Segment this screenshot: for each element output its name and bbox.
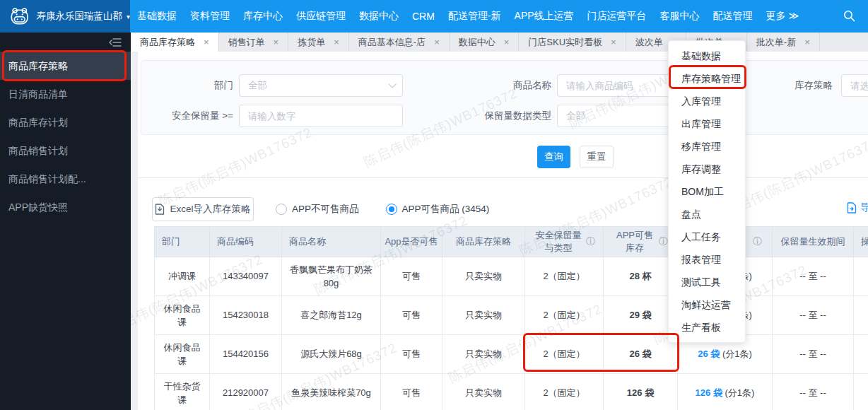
close-icon[interactable]: × xyxy=(804,37,810,47)
col-code: 商品编码 xyxy=(217,235,254,248)
close-icon[interactable]: × xyxy=(434,37,440,47)
tab-picking-list[interactable]: 拣货单× xyxy=(288,33,349,52)
reserve-type-label: 保留量数据类型 xyxy=(445,105,551,127)
menu-item-transfer-mgmt[interactable]: 移库管理 xyxy=(669,135,745,158)
close-icon[interactable]: × xyxy=(504,37,510,47)
nav-item-supply-chain[interactable]: 供应链管理 xyxy=(296,10,346,23)
table-row: 冲调课 143340097 香飘飘芒果布丁奶茶80g 可售 只卖实物 2（固定）… xyxy=(155,257,868,296)
menu-item-production-board[interactable]: 生产看板 xyxy=(669,316,745,339)
chevron-down-icon xyxy=(388,80,396,88)
safety-reserve-label: 安全保留量 >= xyxy=(148,105,233,127)
table-row: 休闲食品课 154230018 喜之郎海苔12g 可售 只卖实物 2（固定） 2… xyxy=(155,296,868,335)
menu-item-inventory-adjust[interactable]: 库存调整 xyxy=(669,158,745,180)
col-dept: 部门 xyxy=(162,235,180,248)
sidebar-item-daily-clear-list[interactable]: 日清商品清单 xyxy=(0,80,131,108)
menu-item-inbound-mgmt[interactable]: 入库管理 xyxy=(669,90,745,112)
nav-item-delivery-new[interactable]: 配送管理-新 xyxy=(448,10,501,23)
info-icon[interactable]: ⓘ xyxy=(586,235,595,248)
table-row: 休闲食品课 154420156 源氏大辣片68g 可售 只卖实物 2（固定） 2… xyxy=(155,335,868,374)
nav-item-store-platform[interactable]: 门店运营平台 xyxy=(587,10,647,23)
tab-inventory-strategy[interactable]: 商品库存策略× xyxy=(131,33,219,52)
col-name: 商品名称 xyxy=(289,235,326,248)
radio-unchecked-icon xyxy=(276,204,287,215)
add-action-link[interactable]: 新增 xyxy=(854,335,868,374)
info-icon[interactable]: ⓘ xyxy=(659,235,668,248)
close-icon[interactable]: × xyxy=(334,37,339,47)
sidebar-item-app-oos-snapshot[interactable]: APP缺货快照 xyxy=(0,193,131,221)
product-name-label: 商品名称 xyxy=(445,74,551,97)
col-reserve: 安全保留量与类型 xyxy=(533,229,584,254)
nav-item-customer-service[interactable]: 客服中心 xyxy=(660,10,700,23)
divider xyxy=(138,177,868,178)
hema-hippo-logo xyxy=(9,6,30,26)
col-app-stock: APP可售库存 xyxy=(613,229,657,254)
tab-data-center[interactable]: 数据中心× xyxy=(450,33,520,52)
table-row: 干性杂货课 212920007 鱼泉美辣味榨菜70g 可售 只卖实物 2（固定）… xyxy=(155,374,868,410)
main-content: 部门 全部 商品名称 库存策略 安全保留量 >= 保留量数据类型 全部 查询 重… xyxy=(131,52,868,410)
export-document-icon xyxy=(847,202,857,213)
tab-store-sku-board[interactable]: 门店SKU实时看板× xyxy=(519,33,626,52)
nav-item-delivery[interactable]: 配送管理 xyxy=(713,10,753,23)
table-toolbar: Excel导入库存策略 APP不可售商品 APP可售商品 (3454) 导出 xyxy=(131,197,868,221)
reset-button[interactable]: 重置 xyxy=(580,146,614,168)
menu-item-inventory-strategy-mgmt[interactable]: 库存策略管理 xyxy=(669,67,745,90)
close-icon[interactable]: × xyxy=(204,37,209,47)
tab-batch-order-new[interactable]: 批次单-新× xyxy=(747,33,820,52)
add-action-link[interactable]: 新增 xyxy=(854,296,868,335)
sidebar-item-inventory-strategy[interactable]: 商品库存策略 xyxy=(0,52,131,80)
info-icon[interactable]: ⓘ xyxy=(753,235,762,248)
sidebar-item-sales-plan[interactable]: 商品销售计划 xyxy=(0,136,131,165)
menu-item-taoxianda-ops[interactable]: 淘鲜达运营 xyxy=(669,293,745,316)
menu-item-manual-task[interactable]: 人工任务 xyxy=(669,226,745,248)
top-navbar: 寿康永乐国瑞蓝山郡 ▾ 基础数据 资料管理 库存中心 供应链管理 数据中心 CR… xyxy=(0,0,868,33)
inventory-center-dropdown: 基础数据 库存策略管理 入库管理 出库管理 移库管理 库存调整 BOM加工 盘点… xyxy=(668,40,746,343)
menu-item-report-mgmt[interactable]: 报表管理 xyxy=(669,248,745,271)
nav-item-crm[interactable]: CRM xyxy=(412,11,435,22)
col-strategy: 商品库存策略 xyxy=(456,235,511,248)
table-header-row: 部门 商品编码 商品名称 App是否可售 商品库存策略 安全保留量与类型ⓘ AP… xyxy=(155,227,868,257)
nav-item-material[interactable]: 资料管理 xyxy=(190,10,230,23)
menu-item-bom-processing[interactable]: BOM加工 xyxy=(669,180,745,203)
collapse-sidebar-icon[interactable] xyxy=(109,37,122,47)
search-button[interactable]: 查询 xyxy=(537,146,570,168)
col-sellable: App是否可售 xyxy=(385,235,438,248)
nav-item-inventory-center[interactable]: 库存中心 xyxy=(243,10,283,23)
nav-item-basic-data[interactable]: 基础数据 xyxy=(137,10,177,23)
strategy-label: 库存策略 xyxy=(776,74,833,97)
radio-app-sellable[interactable]: APP可售商品 (3454) xyxy=(386,203,490,216)
sidebar-item-inventory-plan[interactable]: 商品库存计划 xyxy=(0,108,131,136)
dept-label: 部门 xyxy=(148,74,233,97)
tab-bar: 商品库存策略× 销售订单× 拣货单× 商品基本信息-店× 数据中心× 门店SKU… xyxy=(131,33,868,52)
excel-import-button[interactable]: Excel导入库存策略 xyxy=(152,197,254,221)
menu-item-outbound-mgmt[interactable]: 出库管理 xyxy=(669,112,745,135)
strategy-select[interactable] xyxy=(841,74,868,97)
import-document-icon xyxy=(155,204,165,215)
menu-item-stocktake[interactable]: 盘点 xyxy=(669,203,745,226)
add-action-link[interactable]: 新增 xyxy=(854,257,868,296)
col-action: 操作 xyxy=(861,235,868,248)
menu-item-basic-data[interactable]: 基础数据 xyxy=(669,45,745,67)
app-window: 寿康永乐国瑞蓝山郡 ▾ 基础数据 资料管理 库存中心 供应链管理 数据中心 CR… xyxy=(0,0,868,410)
add-action-link[interactable]: 新增 xyxy=(854,374,868,410)
close-icon[interactable]: × xyxy=(611,37,616,47)
store-selector[interactable]: 寿康永乐国瑞蓝山郡 ▾ xyxy=(0,0,130,33)
col-period: 保留量生效期间 xyxy=(781,235,845,248)
sidebar: 商品库存策略 日清商品清单 商品库存计划 商品销售计划 商品销售计划配... A… xyxy=(0,33,131,410)
nav-item-more[interactable]: 更多 ≫ xyxy=(766,10,799,23)
export-button[interactable]: 导出 xyxy=(847,201,868,214)
safety-reserve-input[interactable] xyxy=(239,105,403,127)
dept-select[interactable]: 全部 xyxy=(239,74,403,97)
main-menu: 基础数据 资料管理 库存中心 供应链管理 数据中心 CRM 配送管理-新 APP… xyxy=(130,10,799,23)
sidebar-item-sales-plan-config[interactable]: 商品销售计划配... xyxy=(0,165,131,193)
store-name: 寿康永乐国瑞蓝山郡 xyxy=(36,10,122,23)
tab-product-basic-info[interactable]: 商品基本信息-店× xyxy=(349,33,450,52)
close-icon[interactable]: × xyxy=(274,37,279,47)
tab-sales-order[interactable]: 销售订单× xyxy=(219,33,289,52)
inventory-strategy-table: 部门 商品编码 商品名称 App是否可售 商品库存策略 安全保留量与类型ⓘ AP… xyxy=(154,226,868,410)
radio-app-unsellable[interactable]: APP不可售商品 xyxy=(276,203,359,216)
search-icon[interactable] xyxy=(843,10,855,22)
radio-checked-icon xyxy=(386,204,397,215)
nav-item-app-operation[interactable]: APP线上运营 xyxy=(515,10,574,23)
menu-item-test-tools[interactable]: 测试工具 xyxy=(669,271,745,293)
nav-item-data-center[interactable]: 数据中心 xyxy=(359,10,399,23)
